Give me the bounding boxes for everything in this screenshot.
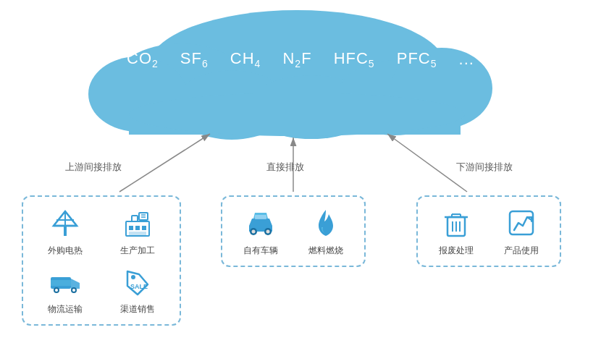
downstream-label: 下游间接排放 (456, 161, 513, 174)
gas-n2f: N2F (282, 49, 311, 69)
svg-point-36 (131, 275, 135, 279)
svg-point-39 (252, 230, 256, 234)
truck-label: 物流运输 (48, 303, 83, 316)
direct-label: 直接排放 (266, 161, 304, 174)
svg-point-3 (174, 70, 290, 140)
svg-rect-7 (129, 85, 461, 135)
icon-item-product: 产品使用 (504, 206, 539, 257)
fire-icon (308, 206, 343, 240)
svg-rect-22 (135, 226, 140, 230)
svg-rect-35 (51, 280, 71, 286)
gas-ch4: CH4 (230, 49, 261, 69)
sale-icon: SALE (120, 264, 155, 299)
fire-label: 燃料燃烧 (308, 245, 343, 257)
icon-item-trash: 报废处理 (439, 206, 474, 257)
icon-item-sale: SALE 渠道销售 (107, 264, 168, 316)
icon-item-fire: 燃料燃烧 (308, 206, 343, 257)
downstream-dashed-box: 报废处理 产品使用 (416, 195, 561, 267)
svg-rect-24 (132, 216, 138, 221)
svg-point-8 (129, 93, 465, 136)
cloud-shape (88, 0, 492, 140)
svg-point-34 (72, 289, 75, 292)
trash-icon (439, 206, 474, 240)
svg-rect-26 (139, 213, 148, 220)
svg-rect-23 (142, 226, 146, 230)
gas-hfc: HFC5 (334, 49, 375, 69)
upstream-dashed-box: 外购电热 生产加工 (22, 195, 181, 326)
gas-more: ... (459, 50, 474, 69)
direct-dashed-box: 自有车辆 燃料燃烧 (221, 195, 366, 267)
direct-box: 自有车辆 燃料燃烧 (221, 195, 366, 267)
car-icon (243, 206, 278, 240)
svg-rect-25 (129, 232, 146, 236)
tower-label: 外购电热 (48, 245, 83, 257)
svg-marker-30 (71, 279, 80, 289)
car-label: 自有车辆 (243, 245, 278, 257)
tower-icon (48, 206, 83, 240)
icon-item-car: 自有车辆 (243, 206, 278, 257)
icon-item-factory: 生产加工 (107, 206, 168, 257)
svg-point-32 (55, 289, 58, 292)
svg-line-19 (65, 211, 77, 226)
svg-rect-42 (255, 215, 266, 219)
factory-label: 生产加工 (120, 245, 155, 257)
svg-point-5 (337, 60, 453, 135)
svg-rect-51 (510, 211, 533, 234)
svg-rect-21 (129, 226, 133, 230)
sale-label: 渠道销售 (120, 303, 155, 316)
svg-point-4 (246, 75, 377, 139)
svg-line-9 (119, 134, 210, 192)
factory-icon (120, 206, 155, 240)
trash-label: 报废处理 (439, 245, 474, 257)
gas-pfc: PFC5 (397, 49, 437, 69)
upstream-label: 上游间接排放 (65, 161, 122, 174)
truck-icon (48, 264, 83, 299)
cloud-gases-row: CO2 SF6 CH4 N2F HFC5 PFC5 ... (116, 49, 485, 69)
diagram: CO2 SF6 CH4 N2F HFC5 PFC5 ... 上游间接排放 直接排… (0, 0, 594, 364)
svg-point-41 (266, 230, 270, 234)
gas-co2: CO2 (127, 49, 159, 69)
icon-item-truck: 物流运输 (35, 264, 96, 316)
icon-item-tower: 外购电热 (35, 206, 96, 257)
svg-text:SALE: SALE (130, 283, 148, 290)
upstream-box: 外购电热 生产加工 (22, 195, 181, 326)
svg-line-18 (54, 211, 65, 226)
svg-line-11 (387, 134, 467, 192)
downstream-box: 报废处理 产品使用 (416, 195, 561, 267)
product-icon (504, 206, 539, 240)
gas-sf6: SF6 (180, 49, 209, 69)
product-label: 产品使用 (504, 245, 539, 257)
